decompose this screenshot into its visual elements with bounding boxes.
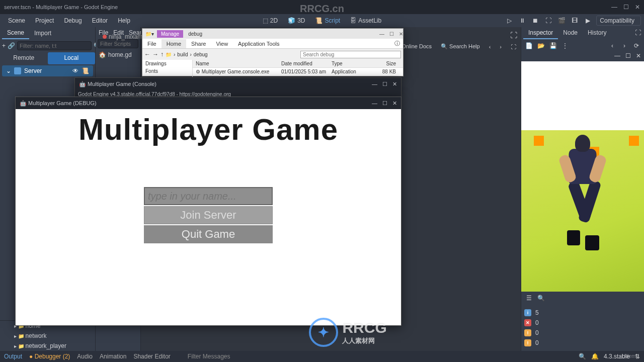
game-maximize-icon[interactable]: ☐ (382, 100, 387, 107)
window-close-icon[interactable]: ✕ (635, 4, 640, 11)
messages-filter[interactable]: Filter Messages (178, 353, 572, 360)
tab-2d[interactable]: ⬚2D (259, 16, 282, 26)
fe-fwd-icon[interactable]: → (152, 51, 158, 58)
history-back-icon[interactable]: ‹ (608, 41, 617, 50)
bottom-tab-debugger[interactable]: ● Debugger (2) (29, 353, 70, 360)
close-panel-icon[interactable]: ✕ (636, 52, 641, 61)
local-tab[interactable]: Local (48, 52, 96, 64)
console-close-icon[interactable]: ✕ (392, 81, 397, 87)
fe-tab-file[interactable]: File (142, 39, 162, 48)
fe-manage-tab[interactable]: Manage (157, 30, 183, 38)
scene-root-node[interactable]: ⌄ Server 👁 📜 (2, 65, 93, 76)
bottom-tab-output[interactable]: Output (4, 353, 22, 360)
error-count: 0 (535, 319, 539, 326)
fe-maximize-icon[interactable]: ☐ (389, 31, 394, 37)
warning-count: 0 (535, 339, 539, 346)
play-scene-icon[interactable]: 🎞 (570, 16, 579, 25)
nav-fwd-icon[interactable]: › (497, 43, 505, 51)
window-maximize-icon[interactable]: ☐ (623, 4, 629, 11)
fe-search-input[interactable] (300, 51, 401, 58)
refresh-icon[interactable]: ⟳ (632, 41, 641, 50)
fe-side-fonts[interactable]: Fonts (142, 67, 192, 75)
file-row[interactable]: ⚙ Multiplayer Game.console.exe 01/01/202… (193, 68, 403, 75)
fe-help-icon[interactable]: ⓘ (391, 40, 403, 47)
col-type[interactable]: Type (329, 60, 369, 67)
load-resource-icon[interactable]: 📂 (536, 41, 545, 50)
menu-editor[interactable]: Editor (87, 15, 113, 26)
fe-side-drawings[interactable]: Drawings (142, 60, 192, 67)
tab-inspector[interactable]: Inspector (523, 27, 558, 39)
fe-apptools[interactable]: Application Tools (233, 39, 284, 48)
script-attached-icon[interactable]: 📜 (82, 67, 89, 74)
tab-import[interactable]: Import (29, 28, 56, 39)
extra-options-icon[interactable]: ⋮ (560, 41, 570, 50)
toggle-list-icon[interactable]: ☰ (524, 294, 533, 303)
tab-script[interactable]: 📜Script (311, 16, 344, 26)
add-node-icon[interactable]: + (2, 41, 6, 50)
remote-tab[interactable]: Remote (0, 52, 48, 64)
maximize-panel-icon[interactable]: ☐ (625, 52, 631, 61)
bottom-tab-shader[interactable]: Shader Editor (133, 353, 170, 360)
col-date[interactable]: Date modified (278, 60, 329, 67)
tab-scene[interactable]: Scene (2, 27, 29, 39)
player-name-input[interactable] (144, 187, 273, 205)
fs-item-network-player[interactable]: network_player (0, 341, 95, 351)
fe-tab-home[interactable]: Home (162, 39, 186, 48)
tab-assetlib[interactable]: 🗄AssetLib (346, 16, 385, 26)
console-minimize-icon[interactable]: — (372, 81, 377, 87)
search-help-button[interactable]: 🔍 Search Help (438, 42, 483, 51)
history-fwd-icon[interactable]: › (620, 41, 629, 50)
errors-panel: i5 ✕0 !0 !0 (521, 305, 644, 351)
link-icon[interactable]: 🔗 (8, 41, 15, 50)
fe-pin-icon[interactable]: 📁▾ (142, 30, 157, 38)
col-size[interactable]: Size (369, 60, 399, 67)
remote-play-icon[interactable]: ⛶ (544, 16, 553, 25)
scene-cube (629, 136, 639, 146)
new-resource-icon[interactable]: 📄 (524, 41, 533, 50)
search-bottom-icon[interactable]: 🔍 (579, 353, 586, 360)
window-minimize-icon[interactable]: — (611, 4, 617, 11)
play-icon[interactable]: ▷ (505, 16, 514, 25)
fe-breadcrumb[interactable]: 📁 › build › debug (166, 52, 298, 57)
fe-tab-view[interactable]: View (211, 39, 233, 48)
expand-dock-icon[interactable]: ⛶ (632, 27, 644, 39)
scene-filter-input[interactable] (17, 41, 92, 50)
join-server-button[interactable]: Join Server (144, 206, 273, 224)
bottom-tab-animation[interactable]: Animation (100, 353, 126, 360)
fs-item-network[interactable]: network (0, 331, 95, 341)
expand-editor-icon[interactable]: ⛶ (510, 31, 517, 39)
game-minimize-icon[interactable]: — (372, 100, 377, 107)
save-resource-icon[interactable]: 💾 (548, 41, 557, 50)
movie-icon[interactable]: 🎬 (557, 16, 566, 25)
fe-close-icon[interactable]: ✕ (399, 31, 403, 37)
pause-icon[interactable]: ⏸ (518, 16, 527, 25)
game-close-icon[interactable]: ✕ (392, 100, 397, 107)
fe-back-icon[interactable]: ← (144, 51, 150, 58)
visibility-icon[interactable]: 👁 (72, 67, 78, 74)
notifications-icon[interactable]: 🔔 (591, 353, 599, 360)
2d-icon: ⬚ (263, 17, 268, 24)
tab-history[interactable]: History (583, 27, 611, 39)
fe-tab-share[interactable]: Share (186, 39, 211, 48)
console-maximize-icon[interactable]: ☐ (382, 81, 387, 87)
nav-back-icon[interactable]: ‹ (486, 43, 494, 51)
menu-help[interactable]: Help (113, 15, 135, 26)
3d-icon: 🧊 (288, 17, 295, 24)
menu-project[interactable]: Project (30, 15, 59, 26)
zoom-search-icon[interactable]: 🔍 (536, 294, 545, 303)
tab-3d[interactable]: 🧊3D (284, 16, 309, 26)
renderer-dropdown[interactable]: Compatibility (596, 16, 641, 26)
fe-up-icon[interactable]: ↑ (160, 51, 164, 58)
menu-scene[interactable]: Scene (3, 15, 30, 26)
tab-node[interactable]: Node (558, 27, 583, 39)
nav-extra-icon[interactable]: ⛶ (508, 43, 519, 51)
col-name[interactable]: Name (193, 60, 278, 67)
minimize-panel-icon[interactable]: — (614, 52, 620, 61)
quit-game-button[interactable]: Quit Game (144, 225, 273, 243)
script-item-home[interactable]: 🏠 home.gd (96, 49, 140, 60)
menu-debug[interactable]: Debug (59, 15, 87, 26)
fe-minimize-icon[interactable]: — (379, 31, 384, 37)
bottom-tab-audio[interactable]: Audio (77, 353, 93, 360)
stop-icon[interactable]: ⏹ (531, 16, 540, 25)
play-custom-icon[interactable]: ▶ (583, 16, 592, 25)
